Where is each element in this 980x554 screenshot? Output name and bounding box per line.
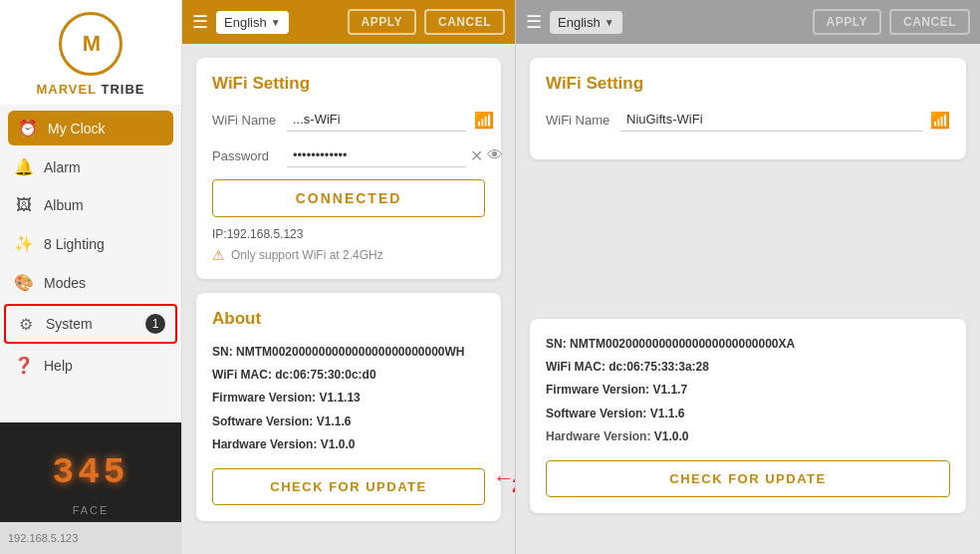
warning-icon: ⚠ xyxy=(212,247,225,263)
right-wifi-name-row: WiFi Name 📶 xyxy=(546,108,950,132)
ip-address-bottom: 192.168.5.123 xyxy=(8,532,78,544)
connected-button[interactable]: CONNECTED xyxy=(212,179,485,217)
right-firmware-value: V1.1.7 xyxy=(652,383,687,397)
right-apply-button[interactable]: APPLY xyxy=(813,9,881,35)
right-sn-label: SN: xyxy=(546,337,567,351)
wifi-mac-field: WiFi MAC: dc:06:75:30:0c:d0 xyxy=(212,366,485,385)
sidebar-item-label: My Clock xyxy=(48,121,106,137)
brand-title: MARVEL TRIBE xyxy=(36,82,144,97)
middle-content: WiFi Setting WiFi Name 📶 Password ✕ 👁 CO… xyxy=(182,44,515,554)
hardware-value: V1.0.0 xyxy=(321,437,356,451)
firmware-field: Firmware Version: V1.1.13 xyxy=(212,389,485,408)
sidebar-item-modes[interactable]: 🎨 Modes xyxy=(0,263,181,302)
right-firmware-field: Firmware Version: V1.1.7 xyxy=(546,381,950,400)
check-update-button[interactable]: CHECK FOR UPDATE xyxy=(212,468,485,505)
apply-button[interactable]: APPLY xyxy=(348,9,416,35)
left-sidebar: M MARVEL TRIBE ⏰ My Clock 🔔 Alarm 🖼 Albu… xyxy=(0,0,182,554)
step1-badge: 1 xyxy=(145,314,165,334)
dropdown-arrow-icon: ▼ xyxy=(271,17,281,28)
logo-letter: M xyxy=(83,31,99,57)
right-wifi-name-input[interactable] xyxy=(620,108,922,132)
face-label: FACE xyxy=(73,504,110,516)
right-software-field: Software Version: V1.1.6 xyxy=(546,405,950,423)
firmware-label: Firmware Version: xyxy=(212,391,316,405)
about-card-title: About xyxy=(212,309,485,329)
right-wifi-card: WiFi Setting WiFi Name 📶 xyxy=(530,58,966,159)
hamburger-icon[interactable]: ☰ xyxy=(192,11,208,33)
warning-text: Only support WiFi at 2.4GHz xyxy=(231,248,383,262)
about-card: About SN: NMTM00200000000000000000000000… xyxy=(196,293,501,521)
sidebar-item-album[interactable]: 🖼 Album xyxy=(0,186,181,224)
right-hardware-field: Hardware Version: V1.0.0 xyxy=(546,427,950,446)
software-field: Software Version: V1.1.6 xyxy=(212,413,485,431)
clock-thumbnail: 345 FACE xyxy=(0,422,181,522)
right-content: WiFi Setting WiFi Name 📶 SN: NMTM0020000… xyxy=(516,44,980,554)
nav-menu: ⏰ My Clock 🔔 Alarm 🖼 Album ✨ 8 Lighting … xyxy=(0,105,181,422)
sidebar-item-label: 8 Lighting xyxy=(44,236,105,252)
system-icon: ⚙ xyxy=(16,315,36,334)
software-value: V1.1.6 xyxy=(317,415,352,428)
wifi-setting-card: WiFi Setting WiFi Name 📶 Password ✕ 👁 CO… xyxy=(196,58,501,279)
right-panel: ☰ English ▼ APPLY CANCEL WiFi Setting Wi… xyxy=(516,0,980,554)
language-selector[interactable]: English ▼ xyxy=(216,11,289,34)
sidebar-item-system[interactable]: ⚙ System 1 xyxy=(4,304,177,344)
middle-panel: ☰ English ▼ APPLY CANCEL WiFi Setting Wi… xyxy=(182,0,516,554)
album-icon: 🖼 xyxy=(14,196,34,214)
right-header: ☰ English ▼ APPLY CANCEL xyxy=(516,0,980,44)
right-software-value: V1.1.6 xyxy=(650,407,685,420)
wifi-name-input[interactable] xyxy=(287,108,466,132)
right-wifi-mac-label: WiFi MAC: xyxy=(546,360,606,374)
software-label: Software Version: xyxy=(212,415,313,428)
right-hardware-label: Hardware Version: xyxy=(546,429,650,443)
warning-row: ⚠ Only support WiFi at 2.4GHz xyxy=(212,247,485,263)
right-software-label: Software Version: xyxy=(546,407,646,420)
right-language-selector[interactable]: English ▼ xyxy=(550,11,622,34)
help-icon: ❓ xyxy=(14,356,34,375)
wifi-card-title: WiFi Setting xyxy=(212,74,485,94)
sidebar-item-help[interactable]: ❓ Help xyxy=(0,346,181,385)
right-wifi-mac-field: WiFi MAC: dc:06:75:33:3a:28 xyxy=(546,358,950,377)
sidebar-item-lighting[interactable]: ✨ 8 Lighting xyxy=(0,224,181,263)
middle-header: ☰ English ▼ APPLY CANCEL xyxy=(182,0,515,44)
password-input[interactable] xyxy=(287,143,466,167)
right-sn-value: NMTM00200000000000000000000000XA xyxy=(570,337,795,351)
sidebar-item-label: Album xyxy=(44,197,84,213)
right-hamburger-icon[interactable]: ☰ xyxy=(526,11,542,33)
logo-area: M MARVEL TRIBE xyxy=(0,0,181,105)
ip-address-row: IP:192.168.5.123 xyxy=(212,227,485,241)
wifi-signal-icon: 📶 xyxy=(474,111,494,130)
wifi-mac-value: dc:06:75:30:0c:d0 xyxy=(275,368,375,382)
sidebar-item-label: Help xyxy=(44,358,73,374)
hardware-field: Hardware Version: V1.0.0 xyxy=(212,435,485,454)
sidebar-item-my-clock[interactable]: ⏰ My Clock xyxy=(8,111,173,145)
right-wifi-mac-value: dc:06:75:33:3a:28 xyxy=(609,360,709,374)
language-label: English xyxy=(224,15,267,30)
sn-field: SN: NMTM00200000000000000000000000WH xyxy=(212,343,485,362)
right-wifi-title: WiFi Setting xyxy=(546,74,950,94)
right-dropdown-arrow-icon: ▼ xyxy=(605,17,614,28)
sidebar-item-label: System xyxy=(46,316,93,332)
logo-circle: M xyxy=(59,12,122,76)
right-cancel-button[interactable]: CANCEL xyxy=(889,9,970,35)
password-row: Password ✕ 👁 xyxy=(212,143,485,167)
sidebar-item-label: Alarm xyxy=(44,159,81,175)
wifi-name-row: WiFi Name 📶 xyxy=(212,108,485,132)
right-about-card: SN: NMTM00200000000000000000000000XA WiF… xyxy=(530,319,966,513)
cancel-button[interactable]: CANCEL xyxy=(424,9,505,35)
right-hardware-value: V1.0.0 xyxy=(654,429,689,443)
eye-icon[interactable]: 👁 xyxy=(487,146,503,164)
wifi-name-label: WiFi Name xyxy=(212,113,287,128)
hardware-label: Hardware Version: xyxy=(212,437,317,451)
lighting-icon: ✨ xyxy=(14,234,34,253)
modes-icon: 🎨 xyxy=(14,273,34,292)
bottom-bar: 192.168.5.123 xyxy=(0,522,181,554)
clock-icon: ⏰ xyxy=(18,119,38,138)
clear-icon[interactable]: ✕ xyxy=(470,146,483,165)
thumbnail-digits: 345 xyxy=(53,452,129,493)
right-language-label: English xyxy=(558,15,601,30)
right-panel-wrapper: ☰ English ▼ APPLY CANCEL WiFi Setting Wi… xyxy=(516,0,980,554)
right-check-update-button[interactable]: CHECK FOR UPDATE xyxy=(546,460,950,497)
check-update-container: CHECK FOR UPDATE ← 2 xyxy=(212,458,485,505)
sidebar-item-alarm[interactable]: 🔔 Alarm xyxy=(0,147,181,186)
sidebar-item-label: Modes xyxy=(44,275,86,291)
